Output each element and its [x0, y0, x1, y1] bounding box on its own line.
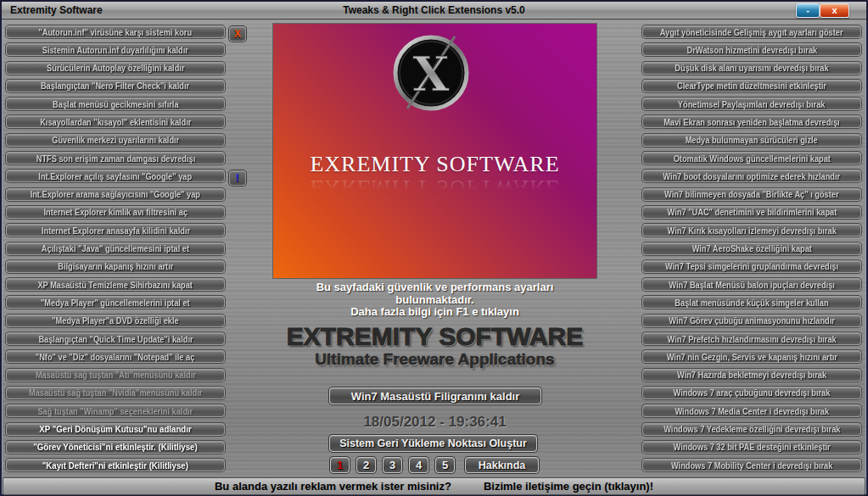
window-subtitle: Tweaks & Right Click Extensions v5.0	[2, 4, 866, 16]
tweak-button-label: Medya bulunmayan sürücüleri gizle	[686, 135, 818, 145]
info-exclamation-icon-button[interactable]: !	[229, 170, 246, 186]
tweak-button[interactable]: Başlangıçtan "Nero Filter Check"i kaldır	[6, 80, 225, 92]
tweak-button[interactable]: ClearType metin düzeltmesini etkinleştir	[642, 80, 861, 92]
tweak-button-label: Win7 Tepsi simgelerini gruplandırma devr…	[665, 261, 838, 271]
tweak-button-label: Int.Explorer arama sağlayıcısını "Google…	[31, 189, 200, 199]
tweak-button[interactable]: Başlat menüsü gecikmesini sıfırla	[6, 98, 225, 110]
tweak-button[interactable]: Win7 bilinmeyen dosyada "Birlikte Aç" ı …	[642, 188, 861, 201]
tweak-button-label: Otomatik Windows güncellemelerini kapat	[673, 153, 830, 164]
tweak-button-label: Win7 AeroShake özelliğini kapat	[692, 243, 811, 254]
tweak-button[interactable]: Windows 7 araç çubuğunu devredışı bırak	[642, 387, 861, 399]
remove-watermark-button[interactable]: Win7 Masaüstü Filigranını kaldır	[329, 387, 541, 404]
tweak-button-label: Aygıt yöneticisinde Gelişmiş aygıt ayarl…	[660, 27, 843, 37]
tweak-button[interactable]: Win7 nin Gezgin, Servis ve kapanış hızın…	[642, 350, 861, 363]
tweak-button[interactable]: Masaüstü sağ tuştan "Ati"menüsünü kaldır	[6, 369, 225, 382]
svg-text:X: X	[412, 46, 450, 102]
page-button[interactable]: 3	[383, 457, 402, 473]
tweak-button[interactable]: Sistemin Autorun.inf duyarlılığını kaldı…	[6, 43, 225, 56]
tweak-button[interactable]: Win7 Başlat Menüsü balon ipuçları devred…	[642, 278, 861, 291]
tweak-button[interactable]: "Medya Player"a DVD özelliği ekle	[6, 315, 225, 327]
tweak-button[interactable]: Int.Explorer açılış sayfasını "Google" y…	[6, 170, 225, 182]
close-button[interactable]: x	[820, 3, 849, 18]
tweak-button-label: DrWatson hizmetini devredışı bırak	[686, 45, 817, 55]
tweak-button[interactable]: Int.Explorer arama sağlayıcısını "Google…	[6, 188, 225, 201]
tweak-button[interactable]: Win7 Görev çubuğu animasyonunu hızlandır	[642, 315, 861, 327]
tweak-button-label: Win7 Görev çubuğu animasyonunu hızlandır	[669, 315, 835, 326]
tweak-button[interactable]: Kısayollardan "kısayol" eklentisini kald…	[6, 115, 225, 128]
tweak-button[interactable]: Bilgisayarın kapanış hızını artır	[6, 260, 225, 273]
tweak-button-label: Düşük disk alanı uyarısını devredışı bır…	[675, 63, 828, 73]
tweak-button[interactable]: Aygıt yöneticisinde Gelişmiş aygıt ayarl…	[642, 25, 861, 38]
page-button[interactable]: 2	[356, 457, 376, 473]
tweak-button[interactable]: XP Masaüstü Temizleme Sihirbazını kapat	[6, 278, 225, 291]
app-window: Extremity Software Tweaks & Right Click …	[0, 0, 868, 496]
tweak-button[interactable]: DrWatson hizmetini devredışı bırak	[642, 43, 861, 56]
tweak-button-label: ClearType metin düzeltmesini etkinleştir	[677, 81, 826, 91]
tweak-button[interactable]: Internet Explorer kimlik avı filtresini …	[6, 206, 225, 219]
ad-cta-link[interactable]: Bizimle iletişime geçin (tıklayın)!	[484, 480, 653, 493]
tweak-button-label: Sürücülerin Autoplay özelliğini kaldır	[47, 63, 184, 73]
tweak-button[interactable]: "Autorun.inf" virüsüne karşı sistemi kor…	[6, 25, 225, 38]
tweak-button-label: Windows 7 32 bit PAE desteğini etkinleşt…	[673, 442, 830, 452]
tweak-button-label: Int.Explorer açılış sayfasını "Google" y…	[39, 171, 193, 181]
tweak-button[interactable]: Sağ tuştan "Winamp" seçeneklerini kaldır	[6, 404, 225, 417]
tweak-button-label: Başlangıçtan "Quick Time Update"i kaldır	[38, 334, 193, 344]
page-button[interactable]: 5	[435, 457, 455, 473]
tweak-button[interactable]: "Medya Player" güncellemelerini iptal et	[6, 296, 225, 309]
tweak-button[interactable]: Açılıştaki "Java" güncellemesini iptal e…	[6, 242, 225, 255]
page-button[interactable]: 4	[409, 457, 428, 473]
tweak-button[interactable]: Başlangıçtan "Quick Time Update"i kaldır	[6, 332, 225, 345]
tweak-button[interactable]: "Kayıt Defteri"ni etkinleştir (Kilitliys…	[6, 459, 225, 471]
tweak-button-label: "Autorun.inf" virüsüne karşı sistemi kor…	[39, 27, 193, 37]
tweak-button[interactable]: Güvenlik merkezi uyarılarını kaldır	[6, 134, 225, 147]
tweak-button[interactable]: Win7 AeroShake özelliğini kapat	[642, 242, 861, 255]
tweak-button[interactable]: Windows 7 Media Center i devredışı bırak	[642, 404, 861, 417]
minimize-button[interactable]: -	[796, 3, 820, 18]
footer-ad-bar[interactable]: Bu alanda yazılı reklam vermek ister mis…	[3, 477, 865, 495]
about-button[interactable]: Hakkında	[465, 457, 539, 473]
tweak-button-label: "Nfo" ve "Diz" dosyalarını "Notepad" ile…	[36, 352, 195, 362]
tweak-button[interactable]: Internet Explorer anasayfa kilidini kald…	[6, 224, 225, 237]
tweak-button-label: Windows 7 araç çubuğunu devredışı bırak	[674, 387, 831, 398]
tweak-button[interactable]: Otomatik Windows güncellemelerini kapat	[642, 152, 861, 164]
tweak-button[interactable]: Windows 7 32 bit PAE desteğini etkinleşt…	[642, 441, 861, 454]
tweak-button-label: Kısayollardan "kısayol" eklentisini kald…	[40, 117, 191, 127]
tweak-button[interactable]: Medya bulunmayan sürücüleri gizle	[642, 134, 861, 147]
titlebar: Extremity Software Tweaks & Right Click …	[2, 2, 866, 20]
tweak-button[interactable]: Win7 Prefetch hızlandırmasını devredışı …	[642, 332, 861, 345]
tweak-button[interactable]: "Nfo" ve "Diz" dosyalarını "Notepad" ile…	[6, 350, 225, 363]
tweak-button[interactable]: Win7 Kırık kısayolları izlemeyi devredış…	[642, 224, 861, 237]
tweak-button[interactable]: Mavi Ekran sonrası yeniden başlatma devr…	[642, 115, 861, 128]
tweak-button-label: NTFS son erişim zaman damgası devredışı	[36, 153, 194, 164]
banner-title: EXREMITY SOFTWARE	[273, 153, 596, 176]
tweak-button[interactable]: Win7 Tepsi simgelerini gruplandırma devr…	[642, 260, 861, 273]
tweak-button-label: Win7 bilinmeyen dosyada "Birlikte Aç" ı …	[664, 189, 839, 199]
tweak-button[interactable]: "Görev Yöneticisi"ni etkinleştir. (Kilit…	[6, 441, 225, 454]
tweak-button[interactable]: Win7 "UAC" denetimini ve bildirimlerini …	[642, 206, 861, 219]
tweak-button[interactable]: Başlat menüsünde küçük simgeler kullan	[642, 296, 861, 309]
tweak-button[interactable]: Win7 boot dosyalarını optimize ederek hı…	[642, 170, 861, 182]
tweak-button-label: Win7 "UAC" denetimini ve bildirimlerini …	[667, 207, 837, 217]
page-button[interactable]: 1	[330, 457, 350, 473]
tweak-button[interactable]: Win7 Hazırda bekletmeyi devredışı bırak	[642, 369, 861, 382]
tweak-button-label: "Görev Yöneticisi"ni etkinleştir. (Kilit…	[33, 442, 198, 452]
info-line-1: Bu sayfadaki güvenlik ve performans ayar…	[273, 281, 596, 294]
tweak-button[interactable]: Windows 7 Mobility Center i devredışı bı…	[642, 459, 861, 471]
brand-logo-subtitle: Ultimate Freeware Applications	[273, 350, 596, 368]
tweak-button-label: Başlat menüsü gecikmesini sıfırla	[53, 99, 178, 109]
tweak-button[interactable]: XP "Geri Dönüşüm Kutusu"nu adlandır	[6, 423, 225, 436]
tweak-button-label: Başlat menüsünde küçük simgeler kullan	[675, 298, 828, 308]
tweak-button[interactable]: Windows 7 Yedekleme özelliğini devredışı…	[642, 423, 861, 436]
tweak-button-label: Windows 7 Media Center i devredışı bırak	[675, 406, 829, 416]
page-info-text: Bu sayfadaki güvenlik ve performans ayar…	[273, 281, 596, 319]
banner-title-reflection: EXREMITY SOFTWARE	[273, 176, 596, 199]
tweak-button[interactable]: Sürücülerin Autoplay özelliğini kaldır	[6, 62, 225, 75]
tweak-button[interactable]: Yönetimsel Paylaşımları devredışı bırak	[642, 98, 861, 110]
close-x-icon-button[interactable]: X	[229, 26, 246, 42]
tweak-button[interactable]: NTFS son erişim zaman damgası devredışı	[6, 152, 225, 164]
create-restore-point-button[interactable]: Sistem Geri Yükleme Noktası Oluştur	[329, 435, 537, 452]
tweak-button[interactable]: Düşük disk alanı uyarısını devredışı bır…	[642, 62, 861, 75]
tweak-button-label: Internet Explorer anasayfa kilidini kald…	[41, 226, 189, 236]
left-tweaks-column: "Autorun.inf" virüsüne karşı sistemi kor…	[6, 25, 225, 471]
tweak-button[interactable]: Masaüstü sağ tuştan "Nvidia"menüsünü kal…	[6, 387, 225, 399]
